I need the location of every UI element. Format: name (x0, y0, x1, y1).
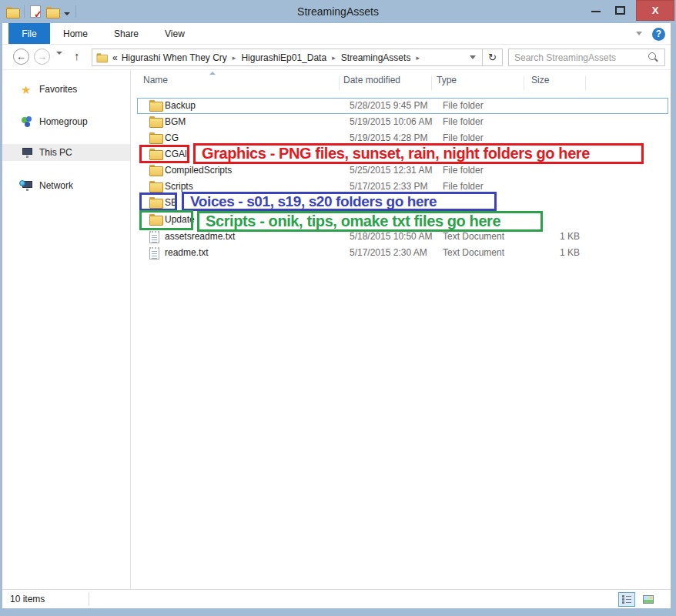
minimize-button[interactable] (591, 11, 601, 12)
details-view-icon (622, 595, 631, 604)
file-type: File folder (443, 165, 484, 176)
breadcrumb-item[interactable]: HigurashiEp01_Data (239, 52, 329, 63)
status-divider (89, 592, 89, 606)
sidebar-item-label: Homegroup (39, 116, 88, 127)
table-row[interactable]: CompiledScripts 5/25/2015 12:31 AM File … (137, 162, 668, 179)
network-icon (21, 179, 33, 192)
breadcrumb-overflow[interactable]: « (109, 52, 119, 63)
file-date: 5/19/2015 4:28 PM (350, 132, 427, 143)
tab-view[interactable]: View (152, 23, 198, 44)
navigation-pane: ★ Favorites Homegroup This PC Network (2, 70, 131, 589)
window-title: StreamingAssets (0, 5, 676, 18)
forward-button[interactable]: → (34, 49, 50, 65)
breadcrumb-item[interactable]: Higurashi When They Cry (119, 52, 229, 63)
sidebar-item-favorites[interactable]: ★ Favorites (2, 81, 130, 98)
table-row[interactable]: Backup 5/28/2015 9:45 PM File folder (137, 98, 668, 114)
file-size: 1 KB (530, 231, 580, 242)
sidebar-item-label: Network (39, 180, 73, 191)
annotation-note-voices: Voices - s01, s19, s20 folders go here (182, 192, 497, 211)
annotation-box-update (139, 210, 193, 230)
file-name: Backup (165, 100, 196, 111)
table-row[interactable]: readme.txt 5/17/2015 2:30 AM Text Docume… (137, 245, 668, 261)
folder-icon (149, 132, 162, 142)
file-date: 5/17/2015 2:33 PM (350, 181, 427, 192)
file-name: BGM (165, 116, 186, 127)
status-bar: 10 items (2, 589, 671, 608)
file-type: Text Document (443, 247, 504, 258)
recent-locations-icon[interactable] (56, 55, 62, 69)
sidebar-item-network[interactable]: Network (2, 177, 130, 194)
file-type: File folder (443, 181, 484, 192)
search-icon[interactable] (648, 52, 658, 63)
tab-file[interactable]: File (8, 23, 50, 44)
star-icon: ★ (21, 83, 33, 95)
file-name: readme.txt (165, 247, 209, 258)
computer-icon (21, 146, 33, 159)
expand-ribbon-icon[interactable] (636, 32, 642, 35)
back-button[interactable]: ← (13, 49, 29, 65)
address-bar-row: ← → ↑ « Higurashi When They Cry ▸ Higura… (2, 45, 671, 70)
text-file-icon (149, 231, 159, 243)
maximize-button[interactable] (615, 6, 625, 15)
file-date: 5/28/2015 9:45 PM (350, 100, 427, 111)
thumbnails-view-button[interactable] (640, 592, 657, 607)
folder-icon (149, 165, 162, 175)
file-type: File folder (443, 100, 484, 111)
breadcrumb-separator-icon[interactable]: ▸ (229, 54, 239, 62)
address-breadcrumb[interactable]: « Higurashi When They Cry ▸ HigurashiEp0… (92, 49, 503, 66)
table-row[interactable]: BGM 5/19/2015 10:06 AM File folder (137, 114, 668, 130)
breadcrumb-separator-icon[interactable]: ▸ (413, 54, 423, 62)
file-name: Scripts (165, 181, 193, 192)
annotation-note-scripts: Scripts - onik, tips, omake txt files go… (197, 211, 543, 232)
breadcrumb-item[interactable]: StreamingAssets (339, 52, 413, 63)
refresh-icon[interactable]: ↻ (482, 49, 502, 65)
file-type: Text Document (443, 231, 504, 242)
folder-icon (149, 100, 162, 110)
file-type: File folder (443, 132, 484, 143)
up-button[interactable]: ↑ (74, 49, 80, 62)
column-header-size[interactable]: Size (531, 75, 549, 85)
column-header-name[interactable]: Name (143, 75, 168, 85)
annotation-box-se (139, 192, 177, 211)
location-folder-icon (97, 53, 107, 61)
column-header-type[interactable]: Type (437, 75, 457, 85)
sidebar-item-label: Favorites (39, 84, 77, 95)
text-file-icon (149, 247, 159, 259)
file-type: File folder (443, 116, 484, 127)
sidebar-item-this-pc[interactable]: This PC (2, 144, 130, 161)
folder-icon (149, 116, 162, 126)
annotation-note-graphics: Graphics - PNG files, sunset, rain, nigh… (193, 143, 644, 164)
column-header-date[interactable]: Date modified (343, 75, 400, 85)
folder-icon (149, 181, 162, 191)
file-size: 1 KB (530, 247, 580, 258)
close-button[interactable] (636, 0, 674, 21)
ribbon-tab-bar: File Home Share View (2, 23, 671, 45)
file-date: 5/18/2015 10:50 AM (350, 231, 432, 242)
help-icon[interactable]: ? (652, 28, 665, 41)
search-placeholder: Search StreamingAssets (509, 52, 648, 63)
details-view-button[interactable] (618, 592, 635, 607)
homegroup-icon (21, 116, 33, 128)
sidebar-item-homegroup[interactable]: Homegroup (2, 113, 130, 130)
sort-ascending-icon (209, 72, 216, 75)
tab-home[interactable]: Home (50, 23, 101, 44)
sidebar-item-label: This PC (39, 147, 72, 158)
file-name: CompiledScripts (165, 165, 232, 176)
thumbnails-view-icon (643, 595, 654, 604)
file-date: 5/17/2015 2:30 AM (350, 247, 427, 258)
file-name: assetsreadme.txt (165, 231, 235, 242)
title-bar: StreamingAssets (0, 0, 676, 23)
address-dropdown-icon[interactable] (470, 55, 476, 59)
search-input[interactable]: Search StreamingAssets (508, 49, 665, 66)
annotation-box-cgalt (139, 145, 189, 163)
tab-share[interactable]: Share (101, 23, 152, 44)
file-name: CG (165, 132, 179, 143)
file-date: 5/19/2015 10:06 AM (350, 116, 432, 127)
items-count: 10 items (10, 594, 45, 604)
file-date: 5/25/2015 12:31 AM (350, 165, 432, 176)
breadcrumb-separator-icon[interactable]: ▸ (329, 54, 339, 62)
